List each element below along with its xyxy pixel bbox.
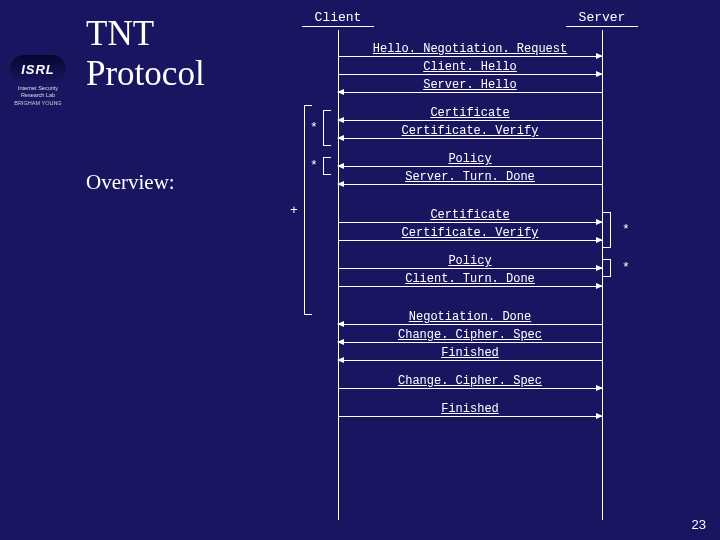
title-line-1: TNT <box>86 14 205 54</box>
marker-plus: + <box>290 203 298 218</box>
messages: Hello. Negotiation. Request Client. Hell… <box>260 39 680 417</box>
msg-client-hello: Client. Hello <box>338 57 602 75</box>
marker-star-1: * <box>310 120 318 135</box>
msg-policy-2: Policy <box>338 251 602 269</box>
bracket-policy-1 <box>323 157 324 175</box>
page-number: 23 <box>692 517 706 532</box>
msg-finished-2: Finished <box>338 399 602 417</box>
msg-server-turn-done: Server. Turn. Done <box>338 167 602 185</box>
subtitle: Overview: <box>86 170 175 195</box>
marker-star-3: * <box>622 222 630 237</box>
title-line-2: Protocol <box>86 54 205 94</box>
logo-sub: Internet Security Research Lab <box>8 85 68 98</box>
msg-policy-1: Policy <box>338 149 602 167</box>
msg-hello-neg-request: Hello. Negotiation. Request <box>338 39 602 57</box>
msg-client-turn-done: Client. Turn. Done <box>338 269 602 287</box>
msg-certificate-1: Certificate <box>338 103 602 121</box>
sequence-diagram: Client Server Hello. Negotiation. Reques… <box>260 10 680 417</box>
msg-change-cipher-1: Change. Cipher. Spec <box>338 325 602 343</box>
marker-star-4: * <box>622 260 630 275</box>
actor-server: Server <box>566 10 638 27</box>
marker-star-2: * <box>310 158 318 173</box>
page-title: TNT Protocol <box>86 14 205 95</box>
msg-cert-verify-1: Certificate. Verify <box>338 121 602 139</box>
actor-client: Client <box>302 10 374 27</box>
msg-cert-verify-2: Certificate. Verify <box>338 223 602 241</box>
bracket-policy-2 <box>610 259 611 277</box>
msg-certificate-2: Certificate <box>338 205 602 223</box>
msg-change-cipher-2: Change. Cipher. Spec <box>338 371 602 389</box>
bracket-plus <box>304 105 305 315</box>
logo: ISRL Internet Security Research Lab BRIG… <box>8 55 68 106</box>
msg-neg-done: Negotiation. Done <box>338 307 602 325</box>
logo-badge: ISRL <box>10 55 66 83</box>
logo-univ: BRIGHAM YOUNG <box>8 100 68 106</box>
bracket-cert-2 <box>610 212 611 248</box>
msg-server-hello: Server. Hello <box>338 75 602 93</box>
bracket-cert-1 <box>323 110 324 146</box>
msg-finished-1: Finished <box>338 343 602 361</box>
